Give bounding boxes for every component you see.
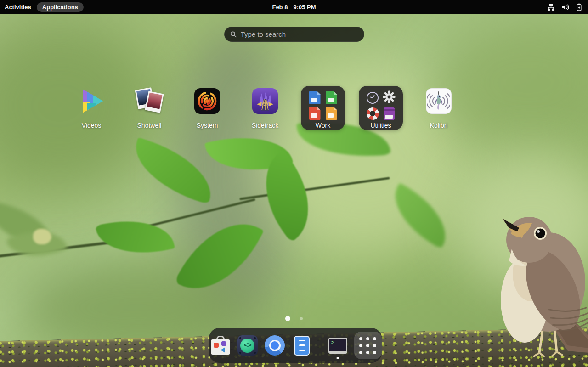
settings-gear-icon [383, 90, 396, 105]
clock-button[interactable]: Feb 8 9:05 PM [272, 4, 316, 11]
search-bar[interactable] [224, 27, 364, 42]
dock-item-software[interactable] [209, 331, 232, 360]
sidetrack-icon [250, 87, 280, 115]
clock-date: Feb 8 [272, 4, 288, 11]
videos-icon [77, 87, 106, 115]
hack-icon: <> [237, 335, 258, 356]
dock-item-chromium[interactable] [263, 331, 286, 360]
libreoffice-impress-icon [309, 107, 321, 120]
battery-charging-icon [576, 3, 582, 11]
folder-label: Work [316, 122, 330, 129]
system-icon [192, 87, 222, 115]
clock-time: 9:05 PM [293, 4, 316, 11]
folder-utilities[interactable]: Utilities [359, 86, 403, 130]
app-shotwell[interactable]: Shotwell [127, 86, 171, 130]
app-label: Videos [82, 122, 102, 129]
network-wired-icon [547, 3, 555, 11]
help-lifebuoy-icon [367, 107, 379, 120]
app-videos[interactable]: Videos [69, 86, 113, 130]
folder-work-preview [308, 91, 338, 120]
app-kolibri[interactable]: Kolibri [417, 86, 461, 130]
system-status-area[interactable] [547, 3, 588, 11]
top-bar: Activities Applications Feb 8 9:05 PM [0, 0, 588, 14]
activities-button[interactable]: Activities [5, 4, 31, 11]
search-input[interactable] [241, 30, 358, 38]
shotwell-icon [135, 87, 164, 115]
leaf-bud [33, 229, 51, 244]
dock: <> >_ [209, 328, 382, 363]
archive-icon [384, 107, 395, 120]
libreoffice-writer-icon [309, 91, 321, 104]
running-indicator-dot [337, 357, 339, 359]
dock-item-show-apps[interactable] [354, 331, 382, 360]
bird [499, 205, 588, 367]
desktop-wallpaper [0, 0, 588, 367]
files-icon [294, 336, 310, 356]
terminal-icon: >_ [328, 338, 347, 354]
dock-item-files[interactable] [291, 331, 313, 360]
leaf [95, 210, 175, 263]
app-grid: Videos Shotwell [69, 86, 461, 130]
folder-work[interactable]: Work [301, 86, 345, 130]
dock-separator [320, 335, 320, 356]
libreoffice-draw-icon [326, 107, 337, 120]
folder-label: Utilities [370, 122, 391, 129]
app-label: Shotwell [137, 122, 162, 129]
app-system[interactable]: System [185, 86, 229, 130]
libreoffice-calc-icon [326, 91, 337, 104]
show-apps-grid-icon [354, 332, 382, 359]
app-label: System [197, 122, 218, 129]
search-icon [230, 31, 237, 38]
app-label: Sidetrack [252, 122, 278, 129]
volume-icon [561, 3, 569, 11]
app-label: Kolibri [430, 122, 448, 129]
clock-icon [367, 92, 379, 104]
software-icon [211, 336, 230, 355]
kolibri-icon [424, 87, 453, 115]
page-dot[interactable] [300, 317, 303, 320]
app-sidetrack[interactable]: Sidetrack [243, 86, 287, 130]
chromium-icon [265, 335, 285, 356]
dock-item-hack[interactable]: <> [236, 331, 259, 360]
applications-button[interactable]: Applications [37, 2, 84, 12]
page-dot-active[interactable] [285, 316, 290, 321]
dock-item-terminal[interactable]: >_ [327, 331, 349, 360]
folder-utilities-preview [366, 91, 396, 120]
page-indicator [0, 316, 588, 321]
